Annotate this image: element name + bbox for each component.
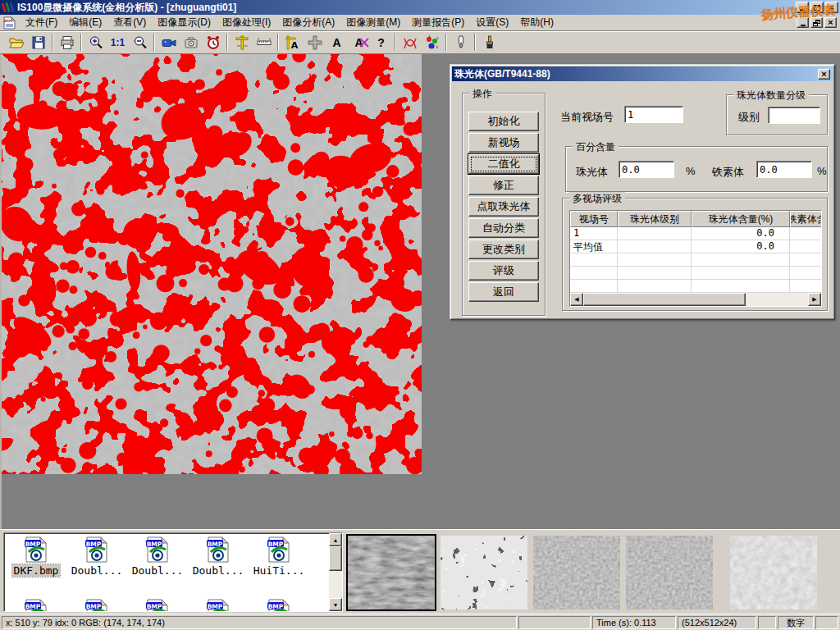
letter-a-icon: A xyxy=(332,36,340,49)
col-pearlite-amount[interactable]: 珠光体含量(%) xyxy=(692,211,790,227)
ruler-button[interactable] xyxy=(253,32,275,52)
print-button[interactable] xyxy=(56,32,78,52)
thumbnail-1[interactable] xyxy=(348,536,435,609)
col-ferrite-amount[interactable]: 铁素体含量(%) xyxy=(790,211,821,227)
zoom-out-icon xyxy=(132,34,148,51)
caliper-text-icon: A xyxy=(285,34,301,51)
classify-dots-button[interactable]: 123 xyxy=(421,32,443,52)
thumbnail-5[interactable] xyxy=(730,536,817,609)
scroll-thumb[interactable] xyxy=(583,293,746,306)
table-row[interactable]: 平均值 0.0 xyxy=(570,240,821,253)
close-button[interactable]: × xyxy=(825,2,838,13)
actual-size-button[interactable]: 1:1 xyxy=(107,32,129,52)
toolbar-separator xyxy=(474,34,476,51)
new-field-button[interactable]: 新视场 xyxy=(468,133,539,153)
file-item[interactable] xyxy=(6,599,66,611)
initialize-button[interactable]: 初始化 xyxy=(468,112,539,131)
menu-edit[interactable]: 编辑(E) xyxy=(63,14,107,31)
close-icon: × xyxy=(829,3,834,12)
mdi-close-button[interactable]: × xyxy=(824,17,837,28)
measure-text-button[interactable]: A xyxy=(281,32,304,52)
menu-view[interactable]: 查看(V) xyxy=(107,14,152,31)
workspace: 珠光体(GB/T9441-88) × 操作 初始化 新视场 二值化 修正 点取珠… xyxy=(0,54,840,529)
menu-measure-report[interactable]: 测量报告(P) xyxy=(406,14,470,31)
scroll-up-button[interactable]: ▲ xyxy=(329,533,342,546)
file-item[interactable] xyxy=(249,599,309,611)
file-item[interactable] xyxy=(127,599,188,611)
zoom-out-button[interactable] xyxy=(129,32,151,52)
caliper-vertical-button[interactable] xyxy=(231,32,253,52)
menu-image-analysis[interactable]: 图像分析(A) xyxy=(276,14,340,31)
scroll-track[interactable] xyxy=(329,546,342,598)
correct-button[interactable]: 修正 xyxy=(468,176,539,195)
open-file-button[interactable] xyxy=(5,32,27,52)
table-row[interactable]: 1 0.0 xyxy=(570,227,821,240)
help-button[interactable]: ? xyxy=(370,32,392,52)
menu-image-processing[interactable]: 图像处理(I) xyxy=(217,14,276,31)
col-field-number[interactable]: 视场号 xyxy=(570,211,618,227)
grade-label: 级别 xyxy=(738,110,760,125)
specimen-image[interactable] xyxy=(2,54,422,474)
pick-pearlite-button[interactable]: 点取珠光体 xyxy=(468,197,539,217)
thumbnail-2[interactable] xyxy=(441,536,527,609)
return-button[interactable]: 返回 xyxy=(468,282,539,302)
rate-button[interactable]: 评级 xyxy=(468,261,539,281)
video-capture-button[interactable] xyxy=(158,32,180,52)
move-cross-button[interactable] xyxy=(304,32,326,52)
auto-classify-button[interactable]: 自动分类 xyxy=(468,218,539,238)
scroll-left-button[interactable]: ◀ xyxy=(570,293,583,306)
scroll-thumb[interactable] xyxy=(329,546,342,571)
file-list-vscrollbar[interactable]: ▲ ▼ xyxy=(329,533,342,611)
file-name: HuiTi... xyxy=(252,564,307,577)
menu-settings[interactable]: 设置(S) xyxy=(470,14,514,31)
text-annotation-button[interactable]: A xyxy=(326,32,348,52)
ferrite-percent-input[interactable] xyxy=(756,161,812,178)
timer-button[interactable] xyxy=(202,32,224,52)
table-hscrollbar[interactable]: ◀ ▶ xyxy=(570,293,821,306)
text-delete-button[interactable]: A xyxy=(348,32,370,52)
file-item[interactable]: Doubl... xyxy=(188,536,249,577)
bmp-file-icon xyxy=(144,536,171,563)
file-item[interactable]: Doubl... xyxy=(127,536,188,577)
dialog-close-button[interactable]: × xyxy=(818,69,830,80)
pen-tool-button[interactable] xyxy=(450,32,472,52)
bmp-file-icon xyxy=(266,536,292,563)
current-field-input[interactable] xyxy=(624,106,683,123)
binarize-button[interactable]: 二值化 xyxy=(468,154,539,174)
file-item[interactable] xyxy=(188,599,249,611)
thumbnail-4[interactable] xyxy=(626,536,713,609)
file-item[interactable]: Doubl... xyxy=(66,536,127,577)
scroll-right-button[interactable]: ▶ xyxy=(808,293,821,306)
file-item[interactable] xyxy=(66,599,127,611)
toolbar: 1:1 A A A ? 123 xyxy=(0,31,840,54)
file-item[interactable]: HuiTi... xyxy=(249,536,309,577)
scroll-track[interactable] xyxy=(583,293,808,306)
zoom-in-button[interactable] xyxy=(84,32,107,52)
brush-tool-button[interactable] xyxy=(478,32,500,52)
alarm-clock-icon xyxy=(205,34,221,51)
change-class-button[interactable]: 更改类别 xyxy=(468,240,539,259)
curve-tool-button[interactable] xyxy=(399,32,421,52)
save-button[interactable] xyxy=(27,32,49,52)
scroll-down-button[interactable]: ▼ xyxy=(329,598,342,611)
camera-capture-button[interactable] xyxy=(180,32,202,52)
percent-sign: % xyxy=(686,165,696,177)
dialog-titlebar[interactable]: 珠光体(GB/T9441-88) × xyxy=(452,66,833,81)
menu-image-measure[interactable]: 图像测量(M) xyxy=(340,14,406,31)
mdi-restore-button[interactable] xyxy=(810,17,823,28)
pearlite-percent-input[interactable] xyxy=(619,161,674,178)
maximize-button[interactable] xyxy=(810,2,824,13)
minimize-button[interactable] xyxy=(796,2,809,13)
thumbnail-3[interactable] xyxy=(533,536,620,609)
grade-input[interactable] xyxy=(768,107,820,124)
table-row-empty xyxy=(570,253,821,267)
mdi-minimize-button[interactable] xyxy=(797,17,809,28)
file-item[interactable]: DKF.bmp xyxy=(6,536,66,577)
menu-help[interactable]: 帮助(H) xyxy=(514,14,559,31)
bmp-file-icon xyxy=(205,599,231,611)
menu-image-display[interactable]: 图像显示(D) xyxy=(152,14,217,31)
titlebar[interactable]: IS100显微摄像系统(金相分析版) - [zhuguangti01] × xyxy=(0,0,840,15)
col-pearlite-grade[interactable]: 珠光体级别 xyxy=(618,211,692,227)
dialog-title: 珠光体(GB/T9441-88) xyxy=(454,67,550,81)
menu-file[interactable]: 文件(F) xyxy=(20,14,63,31)
